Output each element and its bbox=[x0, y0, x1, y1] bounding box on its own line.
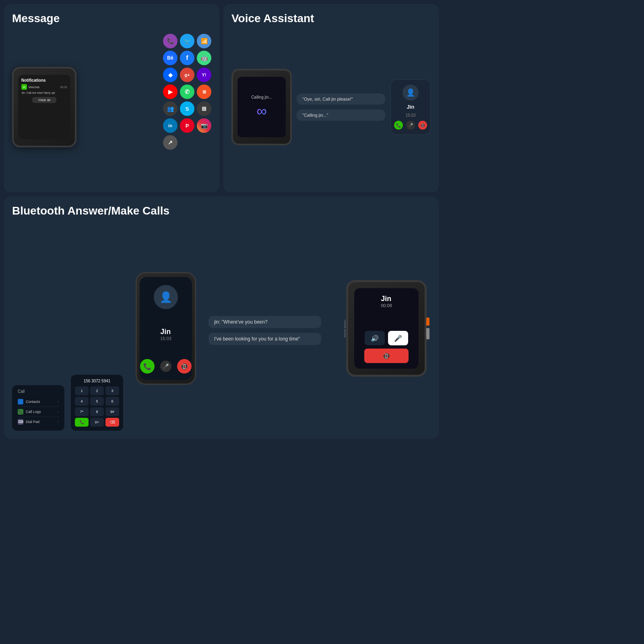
dial-key-9[interactable]: 9# bbox=[105, 407, 119, 416]
skype-icon: S bbox=[180, 101, 194, 116]
message-panel-title: Message bbox=[12, 12, 211, 25]
youtube-icon: ▶ bbox=[163, 85, 178, 99]
voice-watch: Calling jin... ∞ bbox=[231, 69, 292, 145]
wechat-label: Wechat bbox=[29, 85, 39, 89]
phone-mute-btn[interactable]: 🎤 bbox=[160, 361, 171, 372]
behance-icon: Bē bbox=[163, 51, 178, 65]
linkedin-icon: in bbox=[163, 118, 178, 133]
dial-key-3[interactable]: 3 bbox=[105, 386, 119, 395]
watch-call-buttons: 🔊 🎤 📵 bbox=[358, 331, 415, 363]
social-icons-grid: 📞 🐦 📶 Bē f 🤖 ◆ g+ Y! ▶ ✆ ⊞ 👥 S ⊞ in P 📷 … bbox=[163, 34, 211, 150]
dial-pad-menu-item[interactable]: ⌨ Dial Pad › bbox=[18, 417, 59, 427]
watch-side-buttons bbox=[426, 318, 429, 339]
chat-bubble-2: I've been looking for you for a long tim… bbox=[208, 333, 321, 345]
watch-call-display: WATER RESIST Jin 00:08 🔊 🎤 bbox=[342, 226, 431, 431]
instagram-icon: 📷 bbox=[197, 118, 211, 133]
message-content: Notifications W Wechat 08:00 Jin: Call m… bbox=[12, 30, 211, 184]
dialpad-bottom-row: 📞 0+ ⌫ bbox=[75, 418, 119, 427]
bluetooth-panel-title: Bluetooth Answer/Make Calls bbox=[12, 204, 431, 217]
phone-caller-name: Jin 15:03 bbox=[160, 328, 171, 341]
phone-icon: 📞 bbox=[163, 34, 178, 48]
voice-content: Calling jin... ∞ "Oye, siri, Call jin pl… bbox=[231, 30, 431, 184]
caller-time: 15:03 bbox=[405, 113, 415, 118]
wechat-row: W Wechat 08:00 bbox=[21, 84, 67, 90]
calling-text: Calling jin... bbox=[251, 95, 272, 99]
bottom-content: Call 👤 Contacts › 📞 Call Logs › ⌨ Dial P… bbox=[12, 226, 431, 431]
voice-assistant-panel: Voice Assistant Calling jin... ∞ "Oye, s… bbox=[223, 4, 439, 192]
dialpad-number: 156 3072 5941 bbox=[75, 379, 119, 383]
dial-key-6[interactable]: 6 bbox=[105, 397, 119, 406]
voice-bubble-2: "Calling jin..." bbox=[297, 109, 385, 121]
voice-panel-title: Voice Assistant bbox=[231, 12, 431, 25]
dial-key-5[interactable]: 5 bbox=[90, 397, 104, 406]
dial-pad-icon: ⌨ bbox=[18, 419, 23, 425]
call-menu-box: Call 👤 Contacts › 📞 Call Logs › ⌨ Dial P… bbox=[12, 385, 64, 431]
voice-bubble-1: "Oye, siri, Call jin please!" bbox=[297, 93, 385, 105]
call-logs-label: Call Logs bbox=[26, 410, 55, 414]
watch-caller-name: Jin bbox=[381, 295, 392, 303]
message-preview: Jin: Call me now! Harry up! bbox=[21, 91, 67, 95]
clear-all-button[interactable]: Clear all bbox=[32, 97, 56, 103]
contacts-menu-item[interactable]: 👤 Contacts › bbox=[18, 397, 59, 407]
phone-mockup: 👤 Jin 15:03 📞 🎤 📵 bbox=[130, 226, 202, 431]
water-resist-label: WATER RESIST bbox=[344, 320, 346, 337]
google-plus-icon: g+ bbox=[180, 68, 194, 82]
answer-button[interactable]: 📞 bbox=[394, 121, 403, 130]
watch-screen: Notifications W Wechat 08:00 Jin: Call m… bbox=[18, 75, 70, 139]
watch-call-screen: Jin 00:08 🔊 🎤 📵 bbox=[354, 288, 419, 369]
call-menu-header: Call bbox=[18, 389, 59, 394]
windows-icon: ⊞ bbox=[197, 101, 211, 116]
message-panel: Message Notifications W Wechat 08:00 Jin… bbox=[4, 4, 219, 192]
wifi-icon: 📶 bbox=[197, 34, 211, 48]
watch-caller-time: 00:08 bbox=[381, 303, 392, 308]
contacts-menu-icon: 👤 bbox=[18, 399, 23, 405]
dial-key-2[interactable]: 2 bbox=[90, 386, 104, 395]
call-logs-icon: 📞 bbox=[18, 409, 23, 415]
pinterest-icon: P bbox=[180, 118, 194, 133]
dial-key-7[interactable]: 7* bbox=[75, 407, 89, 416]
whatsapp-icon: ✆ bbox=[180, 85, 194, 99]
chat-bubbles: jin: "Where've you been? I've been looki… bbox=[208, 226, 336, 431]
dial-key-8[interactable]: 8 bbox=[90, 407, 104, 416]
dial-key-phone[interactable]: 📞 bbox=[75, 418, 89, 427]
contacts-label: Contacts bbox=[26, 400, 55, 404]
dial-key-delete[interactable]: ⌫ bbox=[105, 418, 119, 427]
watch-side-btn-1 bbox=[426, 318, 429, 326]
message-watch: Notifications W Wechat 08:00 Jin: Call m… bbox=[12, 67, 76, 147]
voice-watch-screen: Calling jin... ∞ bbox=[237, 77, 286, 137]
watch-mute-btn[interactable]: 🎤 bbox=[388, 331, 408, 345]
watch-call-body: WATER RESIST Jin 00:08 🔊 🎤 bbox=[346, 280, 427, 377]
wechat-time: 08:00 bbox=[60, 86, 67, 89]
watch-end-call-btn[interactable]: 📵 bbox=[364, 349, 409, 363]
phone-answer-btn[interactable]: 📞 bbox=[140, 359, 155, 374]
caller-name: Jin bbox=[407, 104, 415, 110]
dial-key-1[interactable]: 1 bbox=[75, 386, 89, 395]
twitter-icon: 🐦 bbox=[180, 34, 194, 48]
dial-key-0[interactable]: 0+ bbox=[90, 418, 104, 427]
dialpad-box: 156 3072 5941 1 2 3 4 5 6 7* 8 9# 📞 0+ ⌫ bbox=[71, 375, 123, 431]
notifications-header: Notifications bbox=[21, 78, 67, 83]
watch-speaker-btn[interactable]: 🔊 bbox=[365, 331, 385, 345]
watch-caller-info: Jin 00:08 bbox=[381, 295, 392, 308]
call-logs-arrow: › bbox=[58, 410, 59, 414]
share-icon: ↗ bbox=[163, 135, 178, 150]
phone-screen: 👤 Jin 15:03 📞 🎤 📵 bbox=[140, 277, 192, 380]
mute-button[interactable]: 🎤 bbox=[406, 121, 415, 130]
dialpad-grid: 1 2 3 4 5 6 7* 8 9# bbox=[75, 386, 119, 416]
phone-outer: 👤 Jin 15:03 📞 🎤 📵 bbox=[136, 272, 196, 385]
microsoft-icon: ⊞ bbox=[197, 85, 211, 99]
voice-phone-card: 👤 Jin 15:03 📞 🎤 📵 bbox=[390, 79, 431, 135]
android-icon: 🤖 bbox=[197, 51, 211, 65]
call-logs-menu-item[interactable]: 📞 Call Logs › bbox=[18, 407, 59, 417]
caller-avatar: 👤 bbox=[402, 85, 419, 101]
dial-key-4[interactable]: 4 bbox=[75, 397, 89, 406]
phone-call-actions: 📞 🎤 📵 bbox=[140, 359, 192, 374]
decline-button[interactable]: 📵 bbox=[418, 121, 427, 130]
contacts-arrow: › bbox=[58, 400, 59, 404]
facebook-icon: f bbox=[180, 51, 194, 65]
infinity-symbol: ∞ bbox=[256, 103, 267, 120]
phone-decline-btn[interactable]: 📵 bbox=[177, 359, 192, 374]
chat-bubble-1: jin: "Where've you been? bbox=[208, 316, 321, 328]
phone-caller-avatar: 👤 bbox=[154, 285, 178, 309]
dropbox-icon: ◆ bbox=[163, 68, 178, 82]
